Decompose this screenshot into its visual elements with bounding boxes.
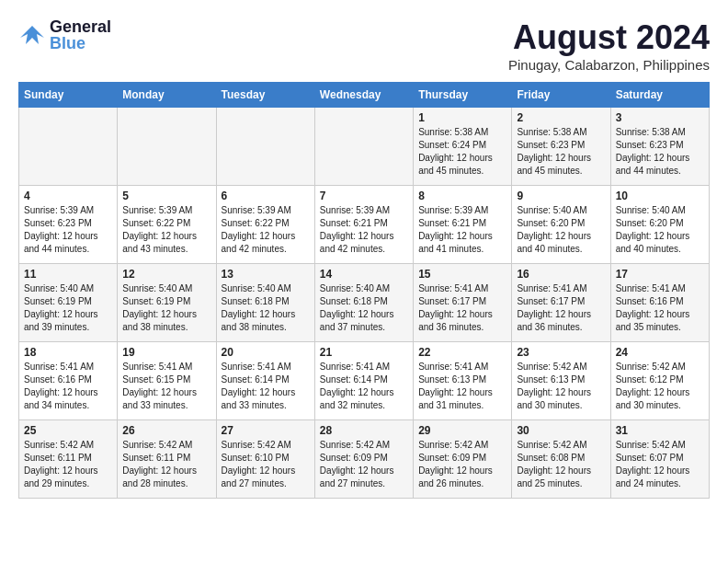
calendar-cell: 27Sunrise: 5:42 AM Sunset: 6:10 PM Dayli… [216,420,314,499]
day-number: 28 [320,424,408,437]
calendar-cell: 12Sunrise: 5:40 AM Sunset: 6:19 PM Dayli… [118,264,216,342]
page-header: General Blue August 2024 Pinugay, Calaba… [18,18,710,73]
calendar-week-4: 18Sunrise: 5:41 AM Sunset: 6:16 PM Dayli… [19,342,710,420]
day-info: Sunrise: 5:40 AM Sunset: 6:19 PM Dayligh… [122,282,210,334]
calendar-cell: 11Sunrise: 5:40 AM Sunset: 6:19 PM Dayli… [19,264,118,342]
day-info: Sunrise: 5:42 AM Sunset: 6:11 PM Dayligh… [122,439,210,490]
day-number: 1 [418,111,506,124]
weekday-header-tuesday: Tuesday [216,83,314,108]
calendar-cell: 15Sunrise: 5:41 AM Sunset: 6:17 PM Dayli… [414,264,512,342]
logo-icon [18,21,46,49]
day-number: 24 [616,346,704,359]
day-info: Sunrise: 5:40 AM Sunset: 6:20 PM Dayligh… [616,204,704,256]
day-info: Sunrise: 5:42 AM Sunset: 6:08 PM Dayligh… [517,439,605,490]
day-info: Sunrise: 5:39 AM Sunset: 6:22 PM Dayligh… [122,204,210,256]
calendar-cell: 13Sunrise: 5:40 AM Sunset: 6:18 PM Dayli… [216,264,314,342]
day-number: 16 [517,268,605,281]
day-number: 19 [122,346,210,359]
day-info: Sunrise: 5:38 AM Sunset: 6:24 PM Dayligh… [418,126,506,178]
day-number: 17 [616,268,704,281]
day-info: Sunrise: 5:40 AM Sunset: 6:18 PM Dayligh… [320,282,408,334]
calendar-cell: 5Sunrise: 5:39 AM Sunset: 6:22 PM Daylig… [118,186,216,264]
day-number: 25 [24,424,112,437]
logo: General Blue [18,18,111,52]
day-info: Sunrise: 5:41 AM Sunset: 6:14 PM Dayligh… [320,361,408,412]
calendar-cell: 19Sunrise: 5:41 AM Sunset: 6:15 PM Dayli… [118,342,216,420]
day-number: 13 [222,268,310,281]
calendar-cell: 26Sunrise: 5:42 AM Sunset: 6:11 PM Dayli… [118,420,216,499]
day-number: 14 [320,268,408,281]
logo-line1: General [50,18,111,35]
calendar-cell: 9Sunrise: 5:40 AM Sunset: 6:20 PM Daylig… [512,186,610,264]
day-number: 9 [517,190,605,202]
day-number: 21 [320,346,408,359]
day-number: 11 [24,268,112,281]
day-number: 12 [122,268,210,281]
day-info: Sunrise: 5:42 AM Sunset: 6:09 PM Dayligh… [418,439,506,490]
day-number: 3 [616,111,704,124]
calendar-cell: 31Sunrise: 5:42 AM Sunset: 6:07 PM Dayli… [610,420,709,499]
month-title: August 2024 [508,18,710,57]
day-info: Sunrise: 5:42 AM Sunset: 6:12 PM Dayligh… [616,361,704,412]
calendar-week-5: 25Sunrise: 5:42 AM Sunset: 6:11 PM Dayli… [19,420,710,499]
day-number: 27 [222,424,310,437]
weekday-header-row: SundayMondayTuesdayWednesdayThursdayFrid… [19,83,710,108]
calendar-cell: 10Sunrise: 5:40 AM Sunset: 6:20 PM Dayli… [610,186,709,264]
day-number: 7 [320,190,408,202]
calendar-cell: 29Sunrise: 5:42 AM Sunset: 6:09 PM Dayli… [414,420,512,499]
day-info: Sunrise: 5:42 AM Sunset: 6:13 PM Dayligh… [517,361,605,412]
calendar-cell: 4Sunrise: 5:39 AM Sunset: 6:23 PM Daylig… [19,186,118,264]
calendar-cell: 8Sunrise: 5:39 AM Sunset: 6:21 PM Daylig… [414,186,512,264]
day-number: 6 [222,190,310,202]
day-info: Sunrise: 5:39 AM Sunset: 6:22 PM Dayligh… [222,204,310,256]
calendar-cell: 7Sunrise: 5:39 AM Sunset: 6:21 PM Daylig… [314,186,413,264]
day-number: 18 [24,346,112,359]
day-number: 5 [122,190,210,202]
weekday-header-wednesday: Wednesday [314,83,413,108]
day-number: 31 [616,424,704,437]
calendar-cell: 21Sunrise: 5:41 AM Sunset: 6:14 PM Dayli… [314,342,413,420]
calendar-week-2: 4Sunrise: 5:39 AM Sunset: 6:23 PM Daylig… [19,186,710,264]
calendar-cell: 25Sunrise: 5:42 AM Sunset: 6:11 PM Dayli… [19,420,118,499]
day-info: Sunrise: 5:39 AM Sunset: 6:23 PM Dayligh… [24,204,112,256]
day-info: Sunrise: 5:40 AM Sunset: 6:20 PM Dayligh… [517,204,605,256]
calendar-cell [314,108,413,186]
weekday-header-sunday: Sunday [19,83,118,108]
day-info: Sunrise: 5:41 AM Sunset: 6:17 PM Dayligh… [418,282,506,334]
day-number: 2 [517,111,605,124]
day-number: 22 [418,346,506,359]
day-info: Sunrise: 5:41 AM Sunset: 6:15 PM Dayligh… [122,361,210,412]
day-info: Sunrise: 5:41 AM Sunset: 6:16 PM Dayligh… [616,282,704,334]
day-number: 26 [122,424,210,437]
day-info: Sunrise: 5:41 AM Sunset: 6:16 PM Dayligh… [24,361,112,412]
day-number: 30 [517,424,605,437]
day-number: 20 [222,346,310,359]
day-info: Sunrise: 5:42 AM Sunset: 6:07 PM Dayligh… [616,439,704,490]
calendar-cell: 22Sunrise: 5:41 AM Sunset: 6:13 PM Dayli… [414,342,512,420]
calendar-cell: 3Sunrise: 5:38 AM Sunset: 6:23 PM Daylig… [610,108,709,186]
day-info: Sunrise: 5:41 AM Sunset: 6:14 PM Dayligh… [222,361,310,412]
calendar-cell: 1Sunrise: 5:38 AM Sunset: 6:24 PM Daylig… [414,108,512,186]
day-number: 4 [24,190,112,202]
calendar-week-3: 11Sunrise: 5:40 AM Sunset: 6:19 PM Dayli… [19,264,710,342]
calendar-cell: 23Sunrise: 5:42 AM Sunset: 6:13 PM Dayli… [512,342,610,420]
day-info: Sunrise: 5:39 AM Sunset: 6:21 PM Dayligh… [418,204,506,256]
day-info: Sunrise: 5:42 AM Sunset: 6:09 PM Dayligh… [320,439,408,490]
day-number: 15 [418,268,506,281]
calendar-cell: 30Sunrise: 5:42 AM Sunset: 6:08 PM Dayli… [512,420,610,499]
calendar-cell: 17Sunrise: 5:41 AM Sunset: 6:16 PM Dayli… [610,264,709,342]
calendar-cell [216,108,314,186]
calendar-cell: 28Sunrise: 5:42 AM Sunset: 6:09 PM Dayli… [314,420,413,499]
day-number: 10 [616,190,704,202]
logo-text: General Blue [50,18,111,52]
weekday-header-friday: Friday [512,83,610,108]
weekday-header-thursday: Thursday [414,83,512,108]
calendar-cell: 24Sunrise: 5:42 AM Sunset: 6:12 PM Dayli… [610,342,709,420]
day-info: Sunrise: 5:41 AM Sunset: 6:13 PM Dayligh… [418,361,506,412]
day-number: 29 [418,424,506,437]
title-block: August 2024 Pinugay, Calabarzon, Philipp… [508,18,710,73]
day-info: Sunrise: 5:42 AM Sunset: 6:10 PM Dayligh… [222,439,310,490]
calendar-cell [19,108,118,186]
calendar-cell: 6Sunrise: 5:39 AM Sunset: 6:22 PM Daylig… [216,186,314,264]
svg-marker-0 [20,26,44,44]
